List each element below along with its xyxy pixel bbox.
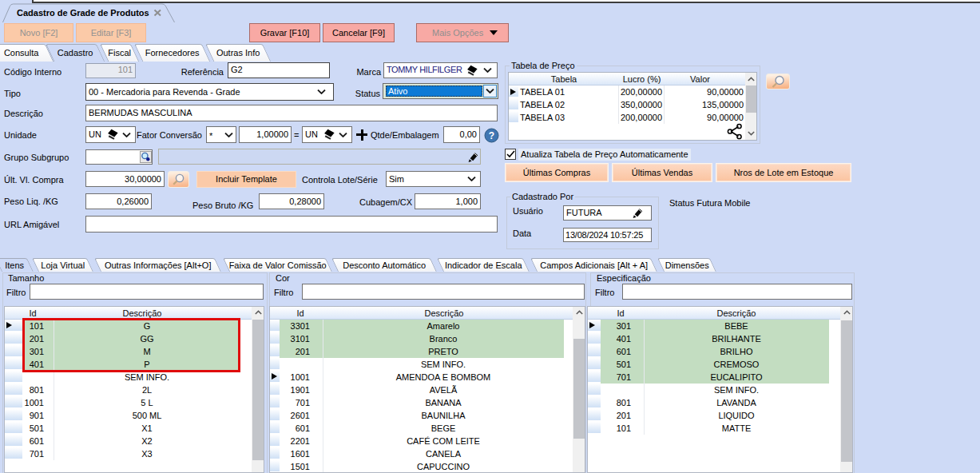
svg-text:?: ?	[489, 130, 494, 141]
